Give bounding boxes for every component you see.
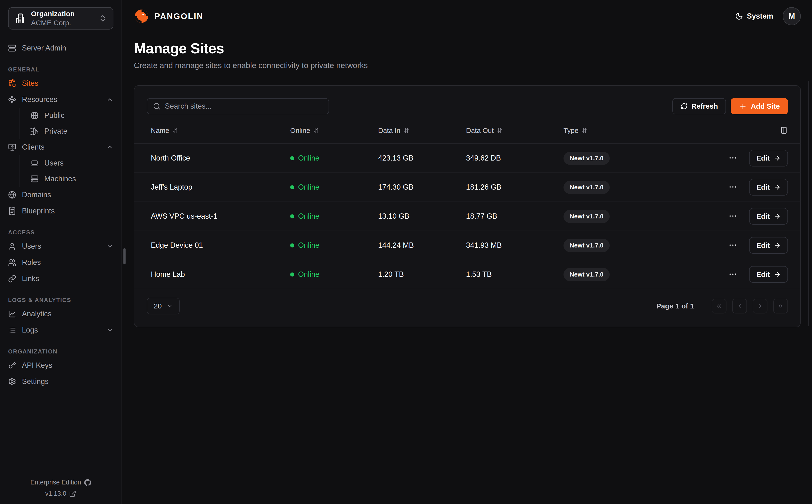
edition-label: Enterprise Edition [30,479,81,486]
sidebar-item-domains[interactable]: Domains [8,187,113,203]
site-data-in: 423.13 GB [378,154,466,162]
chevrons-up-down-icon [99,14,107,22]
site-name: AWS VPC us-east-1 [147,212,290,221]
org-selector[interactable]: Organization ACME Corp. [8,7,113,30]
arrow-right-icon [774,242,781,249]
search-box [147,98,329,114]
row-menu-button[interactable] [728,182,738,192]
clients-subgroup: Users Machines [20,155,113,187]
column-header-online[interactable]: Online [290,127,378,135]
column-header-data-in[interactable]: Data In [378,127,466,135]
sidebar-item-blueprints[interactable]: Blueprints [8,203,113,219]
globe-icon [30,111,39,120]
site-type: Newt v1.7.0 [563,268,728,281]
sidebar-item-resources[interactable]: Resources [8,91,113,108]
sidebar-item-settings[interactable]: Settings [8,373,113,390]
table-footer: 20 Page 1 of 1 [134,289,800,314]
ellipsis-icon [728,240,738,250]
site-name: Edge Device 01 [147,241,290,250]
status-label: Online [298,241,320,250]
sidebar-item-label: Public [44,111,113,120]
last-page-button[interactable] [773,299,788,313]
ellipsis-icon [728,269,738,279]
sidebar-item-analytics[interactable]: Analytics [8,306,113,322]
org-selector-label: Organization [31,10,93,18]
page-title: Manage Sites [134,40,801,57]
column-header-data-out[interactable]: Data Out [466,127,563,135]
resources-subgroup: Public Private [20,108,113,139]
theme-label: System [747,12,773,20]
online-dot [290,243,294,247]
column-label: Data In [378,127,401,135]
sort-icon [581,127,588,134]
page-size-select[interactable]: 20 [147,298,180,314]
pangolin-logo-icon [134,9,149,24]
column-header-name[interactable]: Name [147,127,290,135]
sidebar-scrollbar-thumb[interactable] [123,248,126,264]
logs-icon [8,326,16,334]
chevron-down-icon [106,243,113,250]
column-header-type[interactable]: Type [563,127,780,135]
sites-card: Refresh Add Site Name Online [134,85,801,327]
refresh-button[interactable]: Refresh [672,98,726,114]
search-input[interactable] [165,102,323,111]
table-row: Edge Device 01 Online 144.24 MB 341.93 M… [134,231,800,260]
edit-label: Edit [756,241,770,249]
section-heading-organization: ORGANIZATION [8,348,113,355]
column-label: Online [290,127,310,135]
topbar-right: System M [735,7,801,25]
online-dot [290,185,294,189]
site-name: Home Lab [147,270,290,279]
version-link[interactable]: v1.13.0 [45,490,76,497]
avatar[interactable]: M [783,7,801,25]
next-page-button[interactable] [753,299,767,313]
edit-button[interactable]: Edit [749,266,788,283]
sidebar-item-links[interactable]: Links [8,271,113,287]
add-site-button[interactable]: Add Site [731,98,788,114]
theme-toggle-button[interactable]: System [735,12,773,20]
org-selector-value: ACME Corp. [31,19,93,27]
sidebar-item-roles[interactable]: Roles [8,254,113,271]
sidebar-item-logs[interactable]: Logs [8,322,113,338]
sidebar-item-sites[interactable]: Sites [8,75,113,91]
chevron-down-icon [167,303,173,309]
refresh-icon [680,103,688,110]
sidebar-item-server-admin[interactable]: Server Admin [8,40,113,56]
sidebar-item-users[interactable]: Users [8,238,113,254]
previous-page-button[interactable] [732,299,747,313]
search-icon [153,102,161,110]
column-visibility-button[interactable] [780,126,788,135]
type-badge: Newt v1.7.0 [563,268,610,281]
site-type: Newt v1.7.0 [563,239,728,252]
sidebar-item-client-users[interactable]: Users [30,155,113,171]
edit-label: Edit [756,154,770,162]
edit-button[interactable]: Edit [749,237,788,254]
edition-link[interactable]: Enterprise Edition [30,479,91,486]
sidebar-item-clients[interactable]: Clients [8,139,113,155]
edit-button[interactable]: Edit [749,179,788,196]
page-size-value: 20 [154,302,162,310]
sidebar-item-machines[interactable]: Machines [30,171,113,187]
moon-icon [735,12,743,20]
row-menu-button[interactable] [728,211,738,222]
type-badge: Newt v1.7.0 [563,210,610,223]
topbar: PANGOLIN System M [134,0,801,28]
edit-button[interactable]: Edit [749,150,788,166]
row-menu-button[interactable] [728,240,738,251]
site-status: Online [290,154,378,162]
sidebar-item-api-keys[interactable]: API Keys [8,357,113,373]
user-icon [8,242,16,250]
sidebar-item-private[interactable]: Private [30,123,113,139]
row-menu-button[interactable] [728,153,738,163]
sidebar-item-label: Clients [22,143,101,151]
first-page-button[interactable] [712,299,726,313]
edit-button[interactable]: Edit [749,208,788,225]
arrow-right-icon [774,184,781,191]
ellipsis-icon [728,182,738,192]
sidebar-item-label: Resources [22,95,101,104]
sidebar-item-public[interactable]: Public [30,108,113,123]
table-row: North Office Online 423.13 GB 349.62 DB … [134,144,800,173]
site-data-out: 181.26 GB [466,183,563,192]
columns-icon [780,126,788,134]
row-menu-button[interactable] [728,269,738,280]
